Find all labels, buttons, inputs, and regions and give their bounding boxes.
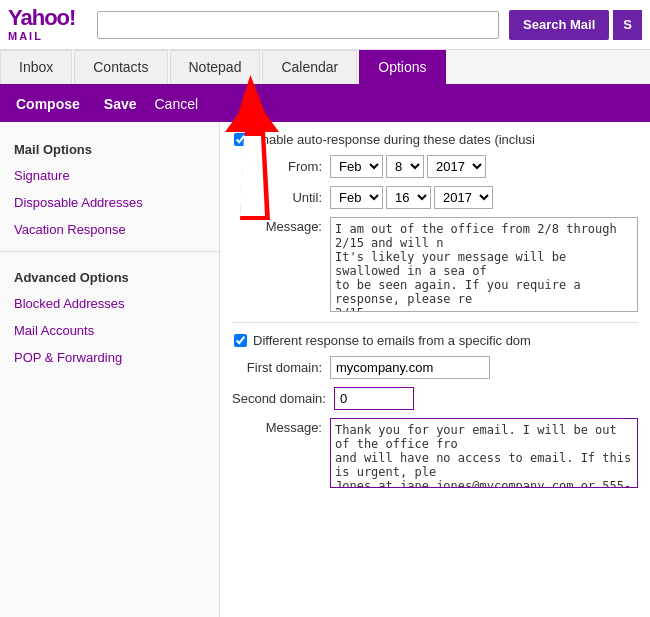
header: Yahoo! MAIL Search Mail S (0, 0, 650, 50)
different-response-label: Different response to emails from a spec… (253, 333, 531, 348)
message-textarea[interactable] (330, 217, 638, 312)
sidebar-item-disposable-addresses[interactable]: Disposable Addresses (0, 189, 219, 216)
auto-response-label: Enable auto-response during these dates … (253, 132, 535, 147)
until-month-select[interactable]: Feb (330, 186, 383, 209)
signin-button[interactable]: S (613, 10, 642, 40)
sidebar-section-advanced-options: Advanced Options (0, 260, 219, 290)
tab-notepad[interactable]: Notepad (170, 50, 261, 84)
first-domain-row: First domain: (232, 356, 638, 379)
search-input[interactable] (97, 11, 499, 39)
search-bar (97, 11, 499, 39)
content-area: Enable auto-response during these dates … (220, 122, 650, 617)
until-label: Until: (232, 190, 322, 205)
cancel-button[interactable]: Cancel (155, 96, 199, 112)
auto-response-row: Enable auto-response during these dates … (234, 132, 638, 147)
yahoo-mail-label: MAIL (8, 30, 75, 42)
yahoo-logo: Yahoo! MAIL (8, 7, 75, 42)
different-response-row: Different response to emails from a spec… (234, 333, 638, 348)
message-row: Message: (232, 217, 638, 312)
first-domain-label: First domain: (232, 360, 322, 375)
until-year-select[interactable]: 2017 (434, 186, 493, 209)
from-row: From: Feb 8 2017 (232, 155, 638, 178)
message2-textarea[interactable] (330, 418, 638, 488)
sidebar: Mail Options Signature Disposable Addres… (0, 122, 220, 617)
message2-label: Message: (232, 418, 322, 488)
second-domain-input[interactable] (334, 387, 414, 410)
from-year-select[interactable]: 2017 (427, 155, 486, 178)
message-label: Message: (232, 217, 322, 312)
yahoo-text: Yahoo! (8, 7, 75, 29)
search-button[interactable]: Search Mail (509, 10, 609, 40)
from-month-select[interactable]: Feb (330, 155, 383, 178)
main-layout: Mail Options Signature Disposable Addres… (0, 122, 650, 617)
auto-response-checkbox[interactable] (234, 133, 247, 146)
sidebar-item-pop-forwarding[interactable]: POP & Forwarding (0, 344, 219, 371)
from-day-select[interactable]: 8 (386, 155, 424, 178)
until-day-select[interactable]: 16 (386, 186, 431, 209)
section-divider (232, 322, 638, 323)
sidebar-item-signature[interactable]: Signature (0, 162, 219, 189)
until-row: Until: Feb 16 2017 (232, 186, 638, 209)
first-domain-input[interactable] (330, 356, 490, 379)
save-button[interactable]: Save (104, 96, 137, 112)
tab-inbox[interactable]: Inbox (0, 50, 72, 84)
different-response-checkbox[interactable] (234, 334, 247, 347)
second-domain-label: Second domain: (232, 391, 326, 406)
tab-calendar[interactable]: Calendar (262, 50, 357, 84)
nav-tabs: Inbox Contacts Notepad Calendar Options (0, 50, 650, 86)
sidebar-item-mail-accounts[interactable]: Mail Accounts (0, 317, 219, 344)
message2-row: Message: (232, 418, 638, 488)
from-label: From: (232, 159, 322, 174)
sidebar-divider (0, 251, 219, 252)
tab-options[interactable]: Options (359, 50, 445, 84)
action-bar: Compose Save Cancel (0, 86, 650, 122)
sidebar-item-blocked-addresses[interactable]: Blocked Addresses (0, 290, 219, 317)
sidebar-item-vacation-response[interactable]: Vacation Response (0, 216, 219, 243)
second-domain-row: Second domain: (232, 387, 638, 410)
compose-button[interactable]: Compose (16, 96, 80, 112)
sidebar-section-mail-options: Mail Options (0, 132, 219, 162)
tab-contacts[interactable]: Contacts (74, 50, 167, 84)
